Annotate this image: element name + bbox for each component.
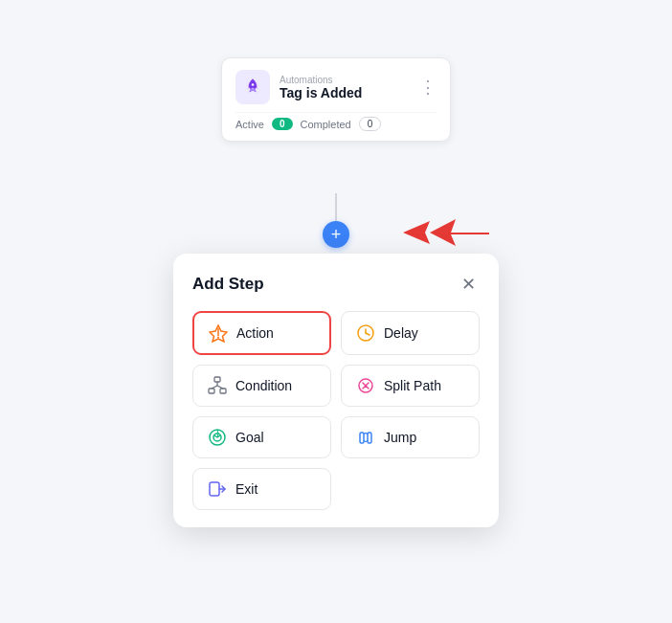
step-condition-button[interactable]: Condition xyxy=(192,365,331,407)
step-action-button[interactable]: Action xyxy=(192,311,331,355)
action-icon xyxy=(208,323,229,344)
rocket-icon xyxy=(243,78,262,97)
card-text-wrap: Automations Tag is Added xyxy=(280,75,362,100)
svg-rect-19 xyxy=(368,433,371,443)
card-footer: Active 0 Completed 0 xyxy=(235,112,437,131)
modal-title: Add Step xyxy=(192,275,264,294)
step-jump-button[interactable]: Jump xyxy=(341,416,480,458)
add-step-modal: Add Step ✕ Action xyxy=(173,254,499,527)
modal-header: Add Step ✕ xyxy=(192,273,480,296)
delay-label: Delay xyxy=(384,325,418,341)
step-goal-button[interactable]: Goal xyxy=(192,416,331,458)
completed-badge: 0 xyxy=(359,117,382,131)
condition-label: Condition xyxy=(235,378,292,393)
action-label: Action xyxy=(236,325,274,341)
step-delay-button[interactable]: Delay xyxy=(341,311,480,355)
svg-line-13 xyxy=(212,386,217,389)
red-arrow-icon xyxy=(403,215,489,254)
exit-label: Exit xyxy=(235,481,258,497)
modal-close-button[interactable]: ✕ xyxy=(457,273,480,296)
svg-rect-18 xyxy=(360,433,364,443)
svg-point-5 xyxy=(217,337,219,339)
svg-rect-9 xyxy=(214,377,220,382)
svg-point-0 xyxy=(252,83,255,86)
jump-label: Jump xyxy=(384,430,416,445)
jump-icon xyxy=(355,427,376,448)
completed-label: Completed xyxy=(301,119,351,130)
add-step-button[interactable]: + xyxy=(323,221,349,248)
delay-icon xyxy=(355,323,376,344)
svg-marker-2 xyxy=(403,221,430,244)
condition-icon xyxy=(207,375,228,396)
svg-rect-20 xyxy=(210,482,219,496)
svg-rect-11 xyxy=(220,389,226,393)
goal-icon xyxy=(207,427,228,448)
goal-label: Goal xyxy=(235,430,264,445)
card-left: Automations Tag is Added xyxy=(235,70,362,104)
svg-rect-10 xyxy=(209,389,214,393)
card-menu-dots-icon[interactable]: ⋮ xyxy=(419,78,437,96)
svg-line-8 xyxy=(366,333,370,335)
step-split-path-button[interactable]: Split Path xyxy=(341,365,480,407)
svg-marker-1 xyxy=(430,219,489,246)
card-subtitle: Automations xyxy=(280,75,362,85)
card-top: Automations Tag is Added ⋮ xyxy=(235,70,437,104)
split-path-label: Split Path xyxy=(384,378,441,393)
active-badge: 0 xyxy=(272,118,293,130)
automation-card: Automations Tag is Added ⋮ Active 0 Comp… xyxy=(221,57,451,142)
card-title: Tag is Added xyxy=(280,85,362,100)
active-label: Active xyxy=(235,119,264,130)
svg-line-14 xyxy=(217,386,223,389)
step-exit-button[interactable]: Exit xyxy=(192,468,331,510)
canvas: Automations Tag is Added ⋮ Active 0 Comp… xyxy=(0,0,672,623)
step-grid: Action Delay xyxy=(192,311,480,510)
exit-icon xyxy=(207,478,228,500)
split-path-icon xyxy=(355,375,376,396)
card-icon-wrap xyxy=(235,70,270,104)
